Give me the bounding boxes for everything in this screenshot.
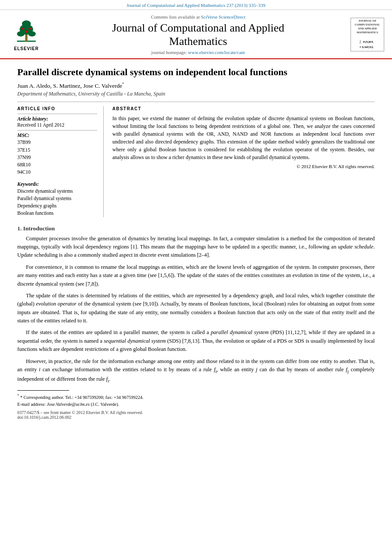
para-5: However, in practice, the rule for the i…: [17, 357, 375, 385]
jcam-formula-icon: ∫ f(x)dx ≈ Σaᵢf(xᵢ): [359, 37, 376, 50]
keyword-3: Dependency graphs: [17, 202, 97, 210]
jcam-box-text: JOURNAL OF COMPUTATIONAL AND APPLIED MAT…: [353, 19, 382, 34]
abstract-col: ABSTRACT In this paper, we extend the ma…: [112, 106, 375, 217]
authors-text: Juan A. Aledo, S. Martinez, Jose C. Valv…: [17, 82, 122, 89]
journal-center: Contents lists available at SciVerse Sci…: [50, 14, 346, 55]
authors: Juan A. Aledo, S. Martinez, Jose C. Valv…: [17, 82, 375, 89]
info-divider-2: [17, 130, 97, 131]
svg-point-3: [17, 32, 24, 37]
msc-code-3: 37N99: [17, 154, 97, 161]
svg-text:≈ Σaᵢf(xᵢ): ≈ Σaᵢf(xᵢ): [360, 45, 373, 49]
sciverse-link[interactable]: SciVerse ScienceDirect: [201, 14, 245, 19]
header-divider: [17, 102, 375, 102]
jcam-box: JOURNAL OF COMPUTATIONAL AND APPLIED MAT…: [351, 18, 384, 51]
affiliation: Department of Mathematics, University of…: [17, 91, 375, 97]
journal-homepage: journal homepage: www.elsevier.com/locat…: [50, 50, 346, 55]
journal-citation-bar: Journal of Computational and Applied Mat…: [0, 0, 392, 10]
msc-code-1: 37B99: [17, 139, 97, 146]
footer-line2: doi:10.1016/j.cam.2012.06.002: [17, 415, 375, 420]
journal-title: Journal of Computational and Applied Mat…: [50, 21, 346, 48]
elsevier-tree-icon: [11, 18, 41, 46]
email-address: Jose.Valverde@uclm.es: [47, 402, 89, 407]
page-wrapper: Journal of Computational and Applied Mat…: [0, 0, 392, 535]
history-label: Article history:: [17, 116, 97, 121]
msc-code-4: 68R10: [17, 161, 97, 169]
star-sup: *: [122, 82, 124, 86]
svg-point-8: [25, 31, 27, 33]
elsevier-logo: ELSEVIER: [7, 18, 46, 51]
journal-header: ELSEVIER Contents lists available at Sci…: [0, 10, 392, 59]
article-title: Parallel discrete dynamical systems on i…: [17, 66, 375, 79]
footnote-star: * * Corresponding author. Tel.: +34 9675…: [17, 393, 375, 401]
footnote-star-text: * Corresponding author. Tel.: +34 967599…: [20, 395, 143, 400]
svg-text:∫: ∫: [359, 40, 361, 44]
article-info-col: ARTICLE INFO Article history: Received 1…: [17, 106, 104, 217]
svg-point-7: [29, 28, 31, 30]
article-info-label: ARTICLE INFO: [17, 106, 97, 111]
email-suffix: (J.C. Valverde).: [91, 402, 119, 407]
svg-point-6: [22, 28, 24, 30]
footnote-area: * * Corresponding author. Tel.: +34 9675…: [17, 393, 375, 408]
keyword-4: Boolean functions: [17, 210, 97, 217]
keyword-2: Parallel dynamical systems: [17, 195, 97, 202]
svg-point-4: [28, 32, 35, 37]
info-divider-1: [17, 114, 97, 114]
msc-label: MSC:: [17, 133, 97, 138]
keywords-list: Discrete dynamical systems Parallel dyna…: [17, 188, 97, 217]
abstract-label: ABSTRACT: [112, 106, 375, 111]
email-label: E-mail address:: [17, 402, 46, 407]
received-date: Received 11 April 2012: [17, 122, 97, 127]
footnote-divider: [17, 390, 69, 391]
msc-code-2: 37E15: [17, 146, 97, 154]
content-area: Parallel discrete dynamical systems on i…: [0, 59, 392, 428]
para-1: Computer processes involve the generatio…: [17, 235, 375, 260]
section1-heading: 1. Introduction: [17, 225, 375, 232]
elsevier-text: ELSEVIER: [14, 46, 38, 51]
abstract-text: In this paper, we extend the manner of d…: [112, 115, 375, 161]
journal-title-line2: Mathematics: [169, 35, 227, 48]
homepage-link[interactable]: www.elsevier.com/locate/cam: [188, 50, 245, 55]
para-4: If the states of the entities are update…: [17, 328, 375, 353]
keywords-label: Keywords:: [17, 182, 97, 187]
msc-code-5: 94C10: [17, 169, 97, 176]
journal-title-line1: Journal of Computational and Applied: [112, 22, 284, 34]
footer-line1: 0377-0427/$ – see front matter © 2012 El…: [17, 410, 375, 415]
footer-info: 0377-0427/$ – see front matter © 2012 El…: [17, 410, 375, 420]
jcam-logo: JOURNAL OF COMPUTATIONAL AND APPLIED MAT…: [351, 18, 385, 51]
contents-text: Contents lists available at: [151, 14, 200, 19]
svg-point-5: [22, 20, 31, 27]
two-col-layout: ARTICLE INFO Article history: Received 1…: [17, 106, 375, 217]
homepage-text: journal homepage:: [151, 50, 187, 55]
journal-citation: Journal of Computational and Applied Mat…: [127, 3, 265, 8]
section-introduction: 1. Introduction Computer processes invol…: [17, 225, 375, 385]
msc-codes: 37B99 37E15 37N99 68R10 94C10: [17, 139, 97, 176]
footnote-email: E-mail address: Jose.Valverde@uclm.es (J…: [17, 401, 375, 408]
keyword-1: Discrete dynamical systems: [17, 188, 97, 195]
para-2: For convenience, it is common to rename …: [17, 263, 375, 288]
contents-line: Contents lists available at SciVerse Sci…: [50, 14, 346, 19]
svg-text:f(x)dx: f(x)dx: [363, 40, 373, 44]
copyright: © 2012 Elsevier B.V. All rights reserved…: [112, 164, 375, 169]
para-3: The update of the states is determined b…: [17, 292, 375, 325]
